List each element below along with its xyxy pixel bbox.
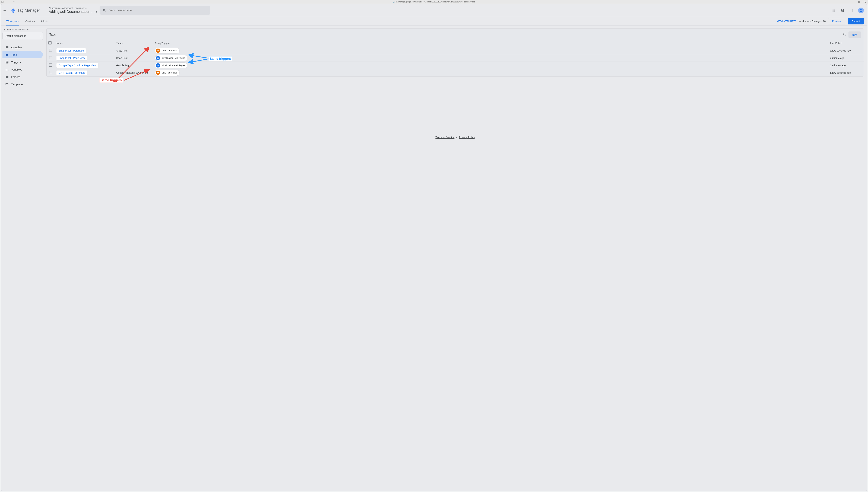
- browser-back-icon[interactable]: ←: [5, 1, 7, 3]
- browser-tabs-icon[interactable]: [865, 1, 867, 3]
- browser-chrome: ← → ⟳ 🔗 tagmanager.google.com/#/containe…: [0, 0, 868, 4]
- browser-plus-icon[interactable]: ＋: [861, 1, 863, 3]
- browser-forward-icon[interactable]: →: [9, 1, 11, 3]
- browser-url: tagmanager.google.com/#/container/accoun…: [396, 1, 475, 3]
- svg-rect-3: [865, 1, 866, 2]
- lock-icon: 🔗: [393, 1, 395, 3]
- browser-share-icon[interactable]: [858, 1, 860, 3]
- browser-sidebar-icon[interactable]: [1, 1, 3, 3]
- browser-reload-icon[interactable]: ⟳: [13, 1, 15, 3]
- svg-rect-0: [2, 1, 3, 2]
